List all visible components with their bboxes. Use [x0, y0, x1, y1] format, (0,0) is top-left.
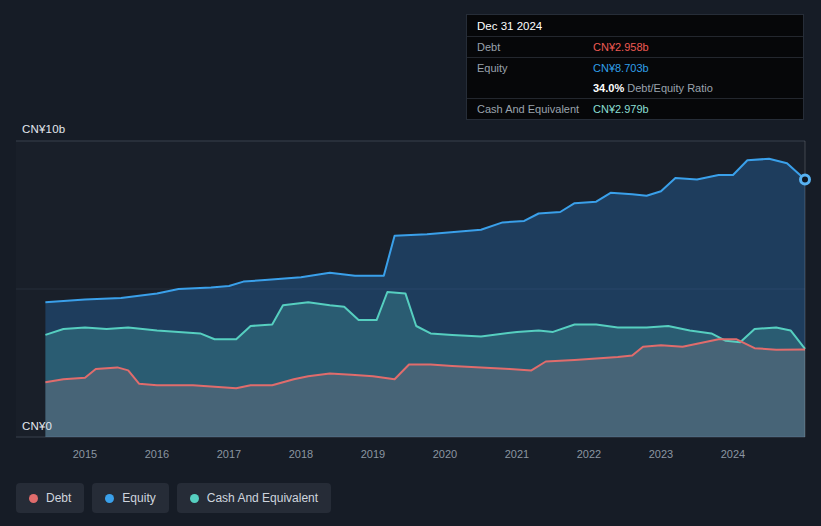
- x-tick-2023: 2023: [641, 448, 681, 460]
- x-tick-2022: 2022: [569, 448, 609, 460]
- x-tick-2017: 2017: [209, 448, 249, 460]
- legend-dot: [105, 494, 114, 503]
- x-tick-2015: 2015: [65, 448, 105, 460]
- x-tick-2021: 2021: [497, 448, 537, 460]
- debt-equity-chart: CN¥10b CN¥0 2015201620172018201920202021…: [0, 0, 821, 526]
- x-tick-2024: 2024: [713, 448, 753, 460]
- tooltip-row-value: 34.0% Debt/Equity Ratio: [593, 82, 793, 94]
- tooltip-row-debt: DebtCN¥2.958b: [467, 36, 803, 57]
- tooltip-row-cash-and-equivalent: Cash And EquivalentCN¥2.979b: [467, 98, 803, 119]
- chart-tooltip: Dec 31 2024 DebtCN¥2.958bEquityCN¥8.703b…: [466, 14, 804, 120]
- legend-label: Cash And Equivalent: [207, 491, 318, 505]
- legend: DebtEquityCash And Equivalent: [16, 483, 331, 513]
- tooltip-row-label: Cash And Equivalent: [477, 103, 593, 115]
- legend-label: Equity: [122, 491, 155, 505]
- tooltip-row-value: CN¥2.979b: [593, 103, 793, 115]
- legend-item-equity[interactable]: Equity: [92, 483, 168, 513]
- tooltip-row-label: Equity: [477, 62, 593, 74]
- y-axis-label-bottom: CN¥0: [22, 420, 52, 432]
- legend-item-debt[interactable]: Debt: [16, 483, 84, 513]
- legend-item-cash-and-equivalent[interactable]: Cash And Equivalent: [177, 483, 331, 513]
- tooltip-row-equity: EquityCN¥8.703b: [467, 57, 803, 78]
- equity-end-marker: [801, 175, 810, 184]
- tooltip-date: Dec 31 2024: [467, 15, 803, 36]
- tooltip-row-value: CN¥2.958b: [593, 41, 793, 53]
- x-tick-2020: 2020: [425, 448, 465, 460]
- x-tick-2019: 2019: [353, 448, 393, 460]
- x-tick-2018: 2018: [281, 448, 321, 460]
- page: { "axis": { "y_top": "CN¥10b", "y_bottom…: [0, 0, 821, 526]
- tooltip-row-ratio: 34.0% Debt/Equity Ratio: [467, 78, 803, 98]
- legend-dot: [29, 494, 38, 503]
- x-tick-2016: 2016: [137, 448, 177, 460]
- legend-label: Debt: [46, 491, 71, 505]
- tooltip-row-value: CN¥8.703b: [593, 62, 793, 74]
- legend-dot: [190, 494, 199, 503]
- tooltip-row-label: Debt: [477, 41, 593, 53]
- y-axis-label-top: CN¥10b: [22, 123, 65, 135]
